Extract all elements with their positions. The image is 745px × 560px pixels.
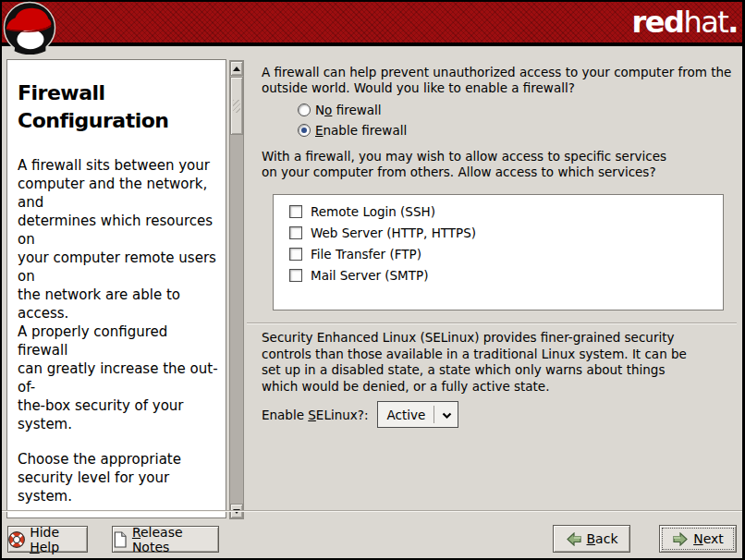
help-paragraph-1: A firewall sits between your computer an… — [18, 156, 220, 433]
checkbox[interactable] — [289, 248, 302, 261]
selinux-separator — [247, 323, 737, 324]
selinux-setting-row: Enable SELinux?: Active — [262, 401, 458, 428]
service-remote-login-ssh[interactable]: Remote Login (SSH) — [289, 201, 723, 222]
radio-button[interactable] — [298, 124, 311, 137]
dropdown-divider — [434, 406, 434, 423]
service-label: File Transfer (FTP) — [311, 247, 421, 262]
help-title: Firewall Configuration — [18, 79, 220, 135]
service-mail-server-smtp[interactable]: Mail Server (SMTP) — [289, 264, 723, 286]
help-paragraph-2: Choose the appropriate security level fo… — [18, 450, 220, 505]
redhat-wordmark: redhat. — [632, 4, 738, 41]
service-web-server[interactable]: Web Server (HTTP, HTTPS) — [289, 222, 723, 243]
document-icon — [113, 530, 128, 549]
button-label: Release Notes — [132, 525, 218, 554]
scroll-up-button[interactable] — [230, 61, 243, 76]
header-divider — [2, 43, 742, 46]
checkbox[interactable] — [289, 226, 302, 239]
selinux-dropdown[interactable]: Active — [377, 401, 458, 428]
help-panel: Firewall Configuration A firewall sits b… — [6, 59, 226, 518]
radio-label: Enable firewall — [315, 123, 407, 138]
selinux-label: Enable SELinux?: — [262, 408, 368, 422]
chevron-down-icon — [442, 412, 452, 420]
service-label: Web Server (HTTP, HTTPS) — [311, 225, 476, 240]
firewall-question-text: A firewall can help prevent unauthorized… — [262, 65, 731, 96]
life-preserver-icon — [8, 530, 25, 549]
next-button[interactable]: Next — [659, 525, 737, 553]
buttonbar-separator — [2, 510, 742, 512]
radio-label: No firewall — [315, 103, 382, 117]
service-file-transfer-ftp[interactable]: File Transfer (FTP) — [289, 243, 723, 264]
arrow-right-icon — [672, 532, 689, 546]
arrow-left-icon — [566, 532, 582, 546]
scrollbar-thumb[interactable] — [230, 77, 243, 135]
button-label: Next — [693, 531, 724, 546]
redhat-shadowman-logo-icon — [3, 1, 56, 55]
selinux-dropdown-value: Active — [378, 408, 425, 422]
help-scrollbar[interactable] — [229, 60, 244, 519]
radio-enable-firewall[interactable]: Enable firewall — [298, 120, 407, 140]
hide-help-button[interactable]: Hide Help — [7, 526, 88, 553]
checkbox[interactable] — [289, 269, 302, 282]
services-question-text: With a firewall, you may wish to allow a… — [262, 149, 666, 180]
radio-no-firewall[interactable]: No firewall — [298, 100, 407, 120]
release-notes-button[interactable]: Release Notes — [112, 526, 219, 553]
button-label: Hide Help — [30, 525, 87, 554]
service-label: Remote Login (SSH) — [311, 204, 435, 219]
back-button[interactable]: Back — [553, 525, 630, 553]
services-list: Remote Login (SSH) Web Server (HTTP, HTT… — [273, 194, 724, 310]
arrow-up-icon — [233, 67, 240, 71]
firewall-radio-group: No firewall Enable firewall — [298, 100, 407, 140]
checkbox[interactable] — [289, 205, 302, 218]
button-label: Back — [587, 531, 618, 546]
selinux-description-text: Security Enhanced Linux (SELinux) provid… — [262, 330, 687, 395]
service-label: Mail Server (SMTP) — [311, 268, 428, 283]
installer-window: redhat. Firewall Configuration A firewal… — [0, 0, 745, 560]
radio-button[interactable] — [298, 103, 311, 116]
